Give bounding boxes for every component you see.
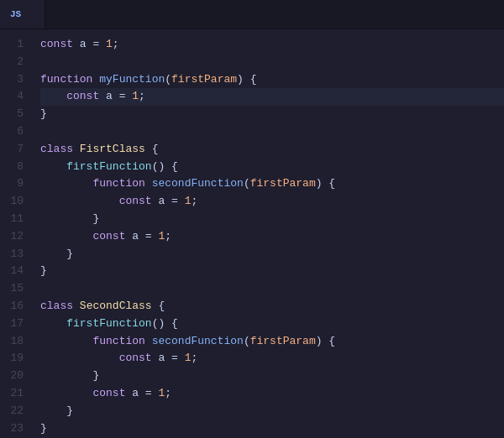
token: ( (244, 175, 250, 193)
token: { (152, 298, 165, 315)
token: ) { (237, 71, 256, 89)
token: secondFunction (152, 175, 244, 193)
token (40, 385, 92, 403)
line-number: 12 (7, 228, 24, 246)
line-number: 5 (7, 106, 24, 123)
code-line: function secondFunction(firstParam) { (40, 333, 504, 351)
code-line: const a = 1; (40, 193, 504, 211)
token: const (40, 36, 73, 54)
token: 1 (158, 228, 165, 246)
token: firstParam (171, 71, 237, 89)
token: } (40, 420, 47, 438)
token: 1 (132, 88, 139, 106)
code-line: const a = 1; (40, 385, 504, 403)
token: FisrtClass (80, 141, 145, 159)
code-line: firstFunction() { (40, 159, 504, 176)
line-number: 3 (7, 71, 24, 89)
token: a = (152, 350, 185, 368)
code-line: const a = 1; (40, 88, 504, 106)
code-line: } (40, 211, 504, 228)
token: ; (191, 350, 197, 368)
line-number: 6 (7, 123, 24, 141)
token (40, 403, 66, 420)
line-number: 19 (7, 350, 24, 368)
token: const (119, 193, 152, 211)
code-line: function secondFunction(firstParam) { (40, 175, 504, 193)
line-numbers: 1234567891011121314151617181920212223 (0, 29, 34, 438)
code-line: } (40, 106, 504, 123)
token: } (66, 246, 73, 263)
token: ; (139, 88, 145, 106)
token (73, 141, 80, 159)
token: a = (125, 385, 158, 403)
token: class (40, 298, 73, 315)
token (92, 71, 99, 89)
code-line: class FisrtClass { (40, 141, 504, 159)
code-line: const a = 1; (40, 36, 504, 54)
token: firstFunction (66, 159, 151, 176)
code-line: const a = 1; (40, 350, 504, 368)
code-line: } (40, 263, 504, 280)
token: 1 (158, 385, 165, 403)
code-line: } (40, 246, 504, 263)
code-line (40, 54, 504, 71)
token (40, 315, 66, 333)
token: function (92, 175, 144, 193)
code-line: const a = 1; (40, 228, 504, 246)
token (40, 333, 92, 351)
token (40, 193, 119, 211)
token: a = (73, 36, 106, 54)
line-number: 15 (7, 280, 24, 298)
token: } (66, 403, 73, 420)
token: ( (165, 71, 171, 89)
code-line: firstFunction() { (40, 315, 504, 333)
token: a = (125, 228, 158, 246)
token: SecondClass (80, 298, 152, 315)
active-tab[interactable]: JS (0, 0, 45, 29)
token (40, 211, 92, 228)
token (40, 350, 119, 368)
line-number: 10 (7, 193, 24, 211)
token (40, 159, 66, 176)
token: } (40, 106, 47, 123)
line-number: 23 (7, 420, 24, 438)
token: function (92, 333, 144, 351)
token: 1 (185, 350, 192, 368)
tab-icon: JS (10, 9, 21, 19)
tab-bar: JS (0, 0, 504, 29)
code-line (40, 123, 504, 141)
token: firstParam (250, 175, 316, 193)
token: function (40, 71, 92, 89)
line-number: 20 (7, 368, 24, 385)
editor-body: 1234567891011121314151617181920212223 co… (0, 29, 504, 438)
token: { (145, 141, 159, 159)
token (40, 88, 66, 106)
line-number: 22 (7, 403, 24, 420)
token: a = (152, 193, 185, 211)
line-number: 21 (7, 385, 24, 403)
token (40, 368, 92, 385)
code-line: class SecondClass { (40, 298, 504, 315)
token (40, 246, 66, 263)
token (145, 175, 152, 193)
token: secondFunction (152, 333, 244, 351)
line-number: 2 (7, 54, 24, 71)
token: ) { (316, 333, 335, 351)
token: firstParam (250, 333, 316, 351)
token: firstFunction (66, 315, 151, 333)
line-number: 7 (7, 141, 24, 159)
line-number: 1 (7, 36, 24, 54)
token: ) { (316, 175, 335, 193)
line-number: 11 (7, 211, 24, 228)
token: const (92, 385, 125, 403)
code-area[interactable]: const a = 1; function myFunction(firstPa… (34, 29, 504, 438)
token: ; (165, 228, 171, 246)
line-number: 16 (7, 298, 24, 315)
token: a (99, 88, 118, 106)
code-line: function myFunction(firstParam) { (40, 71, 504, 89)
line-number: 14 (7, 263, 24, 280)
token (40, 175, 92, 193)
token: 1 (185, 193, 192, 211)
token: } (40, 263, 47, 280)
token: } (92, 368, 99, 385)
